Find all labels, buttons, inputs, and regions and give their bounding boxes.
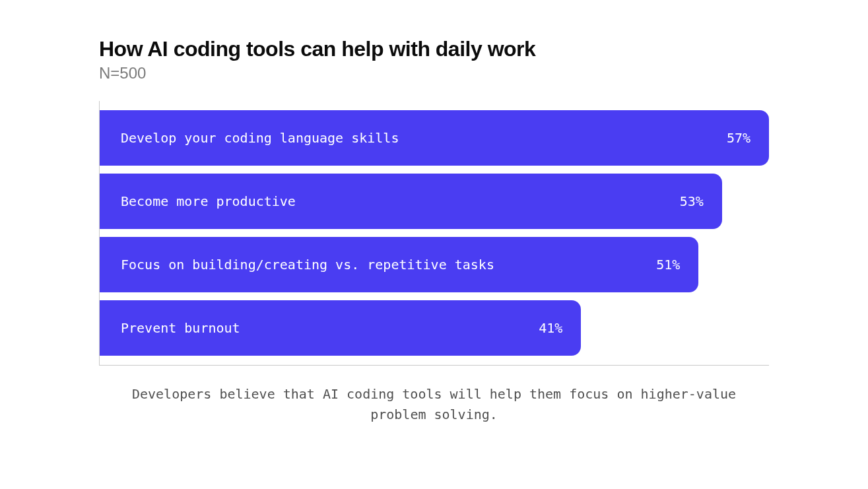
chart-plot-area: Develop your coding language skills 57% … xyxy=(99,101,769,366)
bar-develop-skills: Develop your coding language skills 57% xyxy=(100,110,769,166)
bar-row: Focus on building/creating vs. repetitiv… xyxy=(100,233,769,296)
bar-value: 51% xyxy=(656,257,680,273)
bar-label: Develop your coding language skills xyxy=(121,130,399,146)
bar-row: Prevent burnout 41% xyxy=(100,296,769,360)
bar-value: 57% xyxy=(727,130,751,146)
chart-container: How AI coding tools can help with daily … xyxy=(0,0,868,451)
bar-prevent-burnout: Prevent burnout 41% xyxy=(100,300,581,356)
bar-focus-building: Focus on building/creating vs. repetitiv… xyxy=(100,237,698,292)
bar-label: Focus on building/creating vs. repetitiv… xyxy=(121,257,494,273)
chart-caption: Developers believe that AI coding tools … xyxy=(99,384,769,425)
bar-value: 53% xyxy=(680,193,704,209)
bar-value: 41% xyxy=(539,320,562,336)
bar-become-productive: Become more productive 53% xyxy=(100,174,722,229)
chart-subtitle: N=500 xyxy=(99,64,769,82)
bar-label: Prevent burnout xyxy=(121,320,240,336)
bar-label: Become more productive xyxy=(121,193,296,209)
bar-row: Become more productive 53% xyxy=(100,170,769,233)
bar-row: Develop your coding language skills 57% xyxy=(100,106,769,170)
chart-title: How AI coding tools can help with daily … xyxy=(99,36,769,61)
